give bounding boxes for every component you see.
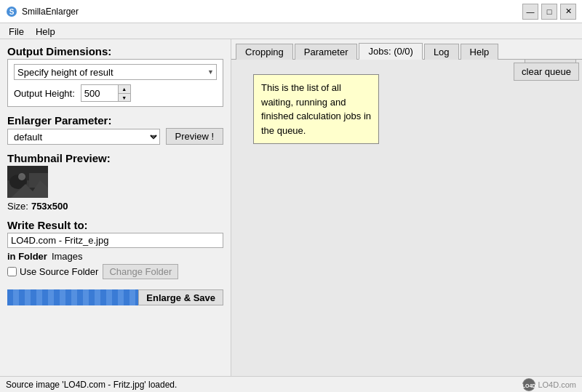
clear-queue-button[interactable]: clear queue (514, 63, 579, 81)
jobs-panel: This is the list of allwaiting, running … (231, 60, 582, 376)
spinner-up[interactable]: ▲ (119, 85, 130, 93)
minimize-button[interactable]: — (522, 4, 538, 20)
svg-point-7 (18, 173, 25, 180)
dimension-dropdown-wrap[interactable]: Specify height of result Specify width o… (14, 64, 217, 80)
right-buttons: clear queue remove Job clean up (514, 63, 579, 81)
progress-bar (7, 289, 138, 305)
right-panel: Cropping Parameter Jobs: (0/0) Log Help … (231, 39, 582, 376)
enlarge-save-row: Enlarge & Save (7, 289, 223, 305)
enlarge-save-button[interactable]: Enlarge & Save (138, 289, 223, 305)
menu-bar: File Help (0, 23, 582, 39)
preview-button[interactable]: Preview ! (166, 128, 223, 145)
output-height-input[interactable] (81, 87, 118, 100)
clean-up-button[interactable]: clean up (525, 60, 576, 63)
menu-help[interactable]: Help (30, 25, 61, 37)
use-source-folder-wrap[interactable]: Use Source Folder (7, 266, 98, 277)
logo-text: LO4D.com (538, 380, 576, 389)
write-result-title: Write Result to: (7, 219, 223, 231)
thumbnail-preview-section: Thumbnail Preview: Size: 753x500 (7, 152, 223, 212)
thumbnail-preview-title: Thumbnail Preview: (7, 152, 223, 164)
write-result-section: Write Result to: in Folder Images Use So… (7, 219, 223, 282)
jobs-tooltip: This is the list of allwaiting, running … (253, 74, 379, 144)
jobs-tooltip-text: This is the list of allwaiting, running … (261, 82, 371, 136)
maximize-button[interactable]: □ (541, 4, 557, 20)
tab-cropping[interactable]: Cropping (236, 44, 293, 60)
window-controls: — □ ✕ (522, 4, 576, 20)
title-bar-left: S SmillaEnlarger (6, 6, 79, 17)
main-content: Output Dimensions: Specify height of res… (0, 39, 582, 376)
enlarger-parameter-title: Enlarger Parameter: (7, 114, 223, 127)
source-folder-row: Use Source Folder Change Folder (7, 264, 223, 279)
status-message: Source image 'LO4D.com - Fritz.jpg' load… (6, 380, 177, 390)
output-dimensions-title: Output Dimensions: (7, 45, 223, 57)
in-folder-label: in Folder (7, 251, 47, 262)
tabs-bar: Cropping Parameter Jobs: (0/0) Log Help (231, 39, 582, 60)
status-bar: Source image 'LO4D.com - Fritz.jpg' load… (0, 376, 582, 392)
title-bar: S SmillaEnlarger — □ ✕ (0, 0, 582, 23)
window-title: SmillaEnlarger (22, 7, 79, 17)
output-dimensions-section: Output Dimensions: Specify height of res… (7, 45, 223, 110)
logo-icon: LO4D (522, 378, 535, 391)
use-source-folder-label: Use Source Folder (20, 266, 98, 277)
output-height-row: Output Height: ▲ ▼ (14, 84, 217, 102)
spinner-buttons: ▲ ▼ (118, 85, 130, 101)
status-logo: LO4D LO4D.com (522, 378, 576, 391)
change-folder-button[interactable]: Change Folder (103, 264, 178, 279)
svg-text:S: S (9, 8, 15, 16)
spinner-down[interactable]: ▼ (119, 93, 130, 101)
output-dimensions-box: Specify height of result Specify width o… (7, 59, 223, 107)
tab-help[interactable]: Help (461, 44, 499, 60)
size-label: Size: (7, 201, 28, 212)
enlarger-select[interactable]: default photo cartoon (7, 129, 160, 145)
size-row: Size: 753x500 (7, 201, 223, 212)
output-height-spinner[interactable]: ▲ ▼ (81, 84, 131, 102)
app-icon: S (6, 6, 17, 17)
size-value: 753x500 (31, 201, 68, 212)
folder-name: Images (52, 251, 83, 262)
enlarger-select-wrap[interactable]: default photo cartoon (7, 129, 160, 145)
use-source-folder-checkbox[interactable] (7, 267, 17, 276)
tab-log[interactable]: Log (424, 44, 459, 60)
filename-input[interactable] (7, 233, 223, 248)
tab-jobs[interactable]: Jobs: (0/0) (359, 43, 422, 60)
enlarger-row: default photo cartoon Preview ! (7, 128, 223, 145)
dimension-dropdown[interactable]: Specify height of result Specify width o… (14, 64, 217, 80)
folder-row: in Folder Images (7, 251, 223, 262)
output-height-label: Output Height: (14, 88, 75, 99)
menu-file[interactable]: File (3, 25, 30, 37)
thumbnail-image (7, 166, 48, 198)
svg-text:LO4D: LO4D (522, 383, 535, 388)
enlarger-parameter-section: Enlarger Parameter: default photo cartoo… (7, 114, 223, 148)
close-button[interactable]: ✕ (560, 4, 576, 20)
left-panel: Output Dimensions: Specify height of res… (0, 39, 231, 376)
tab-parameter[interactable]: Parameter (295, 44, 358, 60)
